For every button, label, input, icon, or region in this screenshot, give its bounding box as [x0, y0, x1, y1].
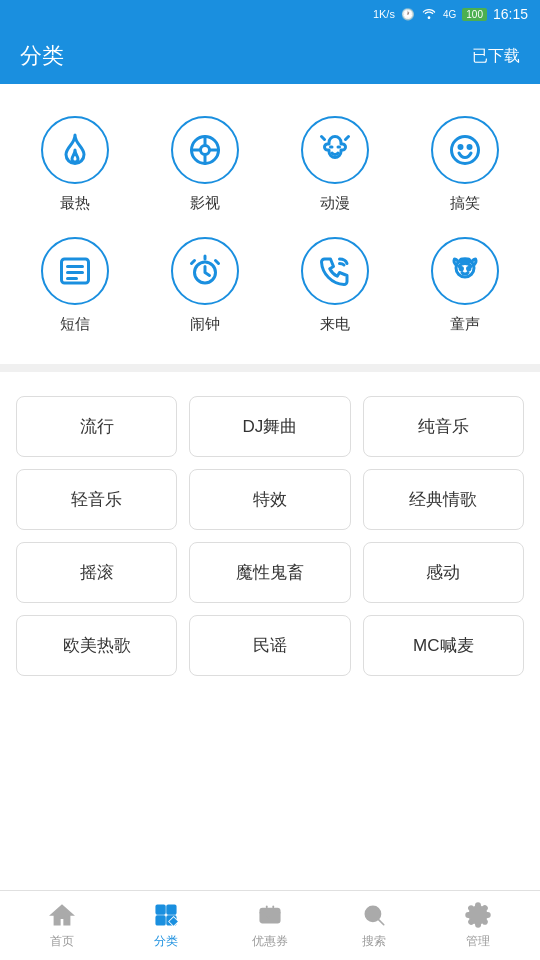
home-nav-icon — [48, 901, 76, 929]
category-hot[interactable]: 最热 — [10, 104, 140, 225]
tag-magic[interactable]: 魔性鬼畜 — [189, 542, 350, 603]
video-label: 影视 — [190, 194, 220, 213]
category-funny[interactable]: 搞笑 — [400, 104, 530, 225]
category-call[interactable]: 来电 — [270, 225, 400, 346]
category-child[interactable]: 童声 — [400, 225, 530, 346]
category-alarm[interactable]: 闹钟 — [140, 225, 270, 346]
battery-icon: 100 — [462, 8, 487, 21]
clock-icon: 🕐 — [401, 8, 415, 21]
header: 分类 已下载 — [0, 28, 540, 84]
sms-label: 短信 — [60, 315, 90, 334]
alarm-label: 闹钟 — [190, 315, 220, 334]
home-nav-label: 首页 — [50, 933, 74, 950]
svg-point-19 — [468, 268, 470, 270]
manage-nav-icon — [464, 901, 492, 929]
svg-rect-28 — [260, 909, 280, 923]
funny-icon — [431, 116, 499, 184]
tag-popular[interactable]: 流行 — [16, 396, 177, 457]
svg-point-33 — [365, 906, 380, 921]
tag-mc[interactable]: MC喊麦 — [363, 615, 524, 676]
svg-rect-23 — [167, 905, 176, 914]
child-label: 童声 — [450, 315, 480, 334]
category-video[interactable]: 影视 — [140, 104, 270, 225]
svg-marker-21 — [51, 905, 73, 925]
tag-pure[interactable]: 纯音乐 — [363, 396, 524, 457]
tag-rock[interactable]: 摇滚 — [16, 542, 177, 603]
hot-icon — [41, 116, 109, 184]
search-nav-label: 搜索 — [362, 933, 386, 950]
manage-nav-label: 管理 — [466, 933, 490, 950]
svg-line-34 — [379, 920, 384, 925]
tag-effects[interactable]: 特效 — [189, 469, 350, 530]
nav-search[interactable]: 搜索 — [322, 901, 426, 950]
svg-point-18 — [460, 268, 462, 270]
section-divider — [0, 364, 540, 372]
wifi-icon — [421, 7, 437, 21]
category-nav-icon — [152, 901, 180, 929]
svg-point-9 — [459, 146, 462, 149]
svg-point-10 — [468, 146, 471, 149]
category-icon-grid: 最热 影视 — [0, 84, 540, 356]
page-title: 分类 — [20, 41, 64, 71]
tag-dj[interactable]: DJ舞曲 — [189, 396, 350, 457]
anime-label: 动漫 — [320, 194, 350, 213]
nav-coupon[interactable]: ¥ 优惠券 — [218, 901, 322, 950]
call-icon — [301, 237, 369, 305]
svg-rect-24 — [156, 916, 165, 925]
category-sms[interactable]: 短信 — [10, 225, 140, 346]
hot-label: 最热 — [60, 194, 90, 213]
nav-manage[interactable]: 管理 — [426, 901, 530, 950]
child-icon — [431, 237, 499, 305]
svg-rect-22 — [156, 905, 165, 914]
category-anime[interactable]: 动漫 — [270, 104, 400, 225]
status-bar: 1K/s 🕐 4G 100 16:15 — [0, 0, 540, 28]
signal-4g: 4G — [443, 9, 456, 20]
funny-label: 搞笑 — [450, 194, 480, 213]
coupon-nav-label: 优惠券 — [252, 933, 288, 950]
downloaded-button[interactable]: 已下载 — [472, 46, 520, 67]
tag-classic[interactable]: 经典情歌 — [363, 469, 524, 530]
nav-category[interactable]: 分类 — [114, 901, 218, 950]
sms-icon — [41, 237, 109, 305]
svg-rect-20 — [461, 259, 470, 262]
coupon-nav-icon: ¥ — [256, 901, 284, 929]
tag-light[interactable]: 轻音乐 — [16, 469, 177, 530]
tag-western[interactable]: 欧美热歌 — [16, 615, 177, 676]
search-nav-icon — [360, 901, 388, 929]
video-icon — [171, 116, 239, 184]
category-nav-label: 分类 — [154, 933, 178, 950]
nav-home[interactable]: 首页 — [10, 901, 114, 950]
time-display: 16:15 — [493, 6, 528, 22]
main-content: 最热 影视 — [0, 84, 540, 890]
bottom-nav: 首页 分类 ¥ 优惠券 — [0, 890, 540, 960]
speed-indicator: 1K/s — [373, 8, 395, 20]
tag-grid: 流行 DJ舞曲 纯音乐 轻音乐 特效 经典情歌 摇滚 魔性鬼畜 感动 欧美热歌 … — [0, 380, 540, 692]
svg-point-8 — [452, 137, 479, 164]
call-label: 来电 — [320, 315, 350, 334]
tag-touching[interactable]: 感动 — [363, 542, 524, 603]
alarm-icon — [171, 237, 239, 305]
tag-folk[interactable]: 民谣 — [189, 615, 350, 676]
anime-icon — [301, 116, 369, 184]
